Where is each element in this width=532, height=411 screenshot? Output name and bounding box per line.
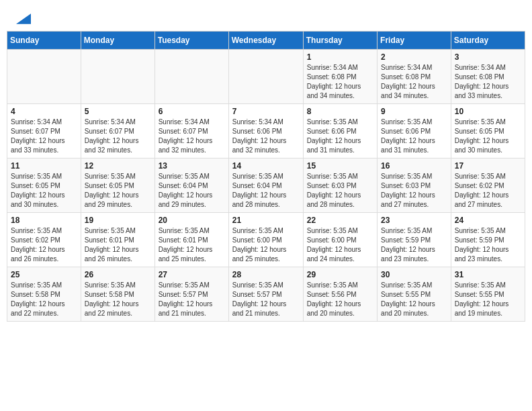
calendar-cell: 3 Sunrise: 5:34 AMSunset: 6:08 PMDayligh… [451, 49, 525, 103]
day-number: 8 [307, 107, 373, 116]
day-detail: Sunrise: 5:35 AMSunset: 5:59 PMDaylight:… [455, 226, 521, 264]
weekday-header: Sunday [7, 31, 81, 49]
calendar-cell [7, 49, 81, 103]
day-detail: Sunrise: 5:35 AMSunset: 6:05 PMDaylight:… [11, 172, 77, 210]
day-number: 11 [11, 161, 77, 171]
day-number: 21 [232, 216, 300, 225]
logo-triangle-icon [16, 13, 31, 24]
calendar-cell: 25 Sunrise: 5:35 AMSunset: 5:58 PMDaylig… [7, 267, 81, 321]
day-detail: Sunrise: 5:35 AMSunset: 5:56 PMDaylight:… [307, 281, 373, 318]
calendar-cell: 13 Sunrise: 5:35 AMSunset: 6:04 PMDaylig… [154, 158, 228, 212]
calendar-cell: 9 Sunrise: 5:35 AMSunset: 6:06 PMDayligh… [378, 103, 451, 158]
day-number: 28 [232, 270, 300, 279]
day-detail: Sunrise: 5:35 AMSunset: 6:00 PMDaylight:… [232, 226, 300, 264]
day-number: 14 [232, 161, 300, 171]
calendar-week-row: 1 Sunrise: 5:34 AMSunset: 6:08 PMDayligh… [7, 49, 525, 103]
day-number: 23 [381, 216, 447, 225]
day-detail: Sunrise: 5:35 AMSunset: 6:02 PMDaylight:… [455, 172, 521, 210]
day-detail: Sunrise: 5:35 AMSunset: 5:57 PMDaylight:… [159, 281, 225, 318]
calendar-cell: 11 Sunrise: 5:35 AMSunset: 6:05 PMDaylig… [7, 158, 81, 212]
day-detail: Sunrise: 5:35 AMSunset: 6:00 PMDaylight:… [307, 226, 373, 264]
day-number: 16 [381, 161, 447, 171]
day-detail: Sunrise: 5:34 AMSunset: 6:08 PMDaylight:… [381, 63, 447, 101]
day-detail: Sunrise: 5:35 AMSunset: 5:58 PMDaylight:… [11, 281, 77, 318]
logo-text [15, 12, 31, 26]
calendar-cell [228, 49, 303, 103]
day-number: 20 [159, 216, 225, 225]
day-detail: Sunrise: 5:34 AMSunset: 6:08 PMDaylight:… [455, 63, 521, 101]
calendar-cell: 18 Sunrise: 5:35 AMSunset: 6:02 PMDaylig… [7, 212, 81, 267]
day-number: 10 [455, 107, 521, 116]
calendar-week-row: 4 Sunrise: 5:34 AMSunset: 6:07 PMDayligh… [7, 103, 525, 158]
calendar-week-row: 18 Sunrise: 5:35 AMSunset: 6:02 PMDaylig… [7, 212, 525, 267]
calendar-cell: 21 Sunrise: 5:35 AMSunset: 6:00 PMDaylig… [228, 212, 303, 267]
day-number: 5 [85, 107, 151, 116]
calendar-cell: 19 Sunrise: 5:35 AMSunset: 6:01 PMDaylig… [81, 212, 154, 267]
day-detail: Sunrise: 5:35 AMSunset: 6:02 PMDaylight:… [11, 226, 77, 264]
day-number: 9 [381, 107, 447, 116]
day-detail: Sunrise: 5:35 AMSunset: 5:59 PMDaylight:… [381, 226, 447, 264]
calendar-cell: 5 Sunrise: 5:34 AMSunset: 6:07 PMDayligh… [81, 103, 154, 158]
calendar-cell: 14 Sunrise: 5:35 AMSunset: 6:04 PMDaylig… [228, 158, 303, 212]
day-detail: Sunrise: 5:34 AMSunset: 6:07 PMDaylight:… [11, 118, 77, 155]
calendar-cell: 7 Sunrise: 5:34 AMSunset: 6:06 PMDayligh… [228, 103, 303, 158]
day-detail: Sunrise: 5:35 AMSunset: 6:06 PMDaylight:… [381, 118, 447, 155]
calendar-cell: 22 Sunrise: 5:35 AMSunset: 6:00 PMDaylig… [303, 212, 377, 267]
day-number: 30 [381, 270, 447, 279]
calendar-week-row: 25 Sunrise: 5:35 AMSunset: 5:58 PMDaylig… [7, 267, 525, 321]
calendar-cell: 23 Sunrise: 5:35 AMSunset: 5:59 PMDaylig… [378, 212, 451, 267]
day-number: 24 [455, 216, 521, 225]
day-detail: Sunrise: 5:35 AMSunset: 5:55 PMDaylight:… [455, 281, 521, 318]
day-detail: Sunrise: 5:34 AMSunset: 6:07 PMDaylight:… [159, 118, 225, 155]
day-number: 22 [307, 216, 373, 225]
logo [15, 12, 31, 26]
day-number: 29 [307, 270, 373, 279]
calendar-cell: 15 Sunrise: 5:35 AMSunset: 6:03 PMDaylig… [303, 158, 377, 212]
calendar-cell: 16 Sunrise: 5:35 AMSunset: 6:03 PMDaylig… [378, 158, 451, 212]
day-number: 6 [159, 107, 225, 116]
calendar-cell: 8 Sunrise: 5:35 AMSunset: 6:06 PMDayligh… [303, 103, 377, 158]
calendar-cell: 29 Sunrise: 5:35 AMSunset: 5:56 PMDaylig… [303, 267, 377, 321]
day-detail: Sunrise: 5:35 AMSunset: 6:01 PMDaylight:… [159, 226, 225, 264]
calendar-cell: 6 Sunrise: 5:34 AMSunset: 6:07 PMDayligh… [154, 103, 228, 158]
calendar-cell: 31 Sunrise: 5:35 AMSunset: 5:55 PMDaylig… [451, 267, 525, 321]
day-detail: Sunrise: 5:35 AMSunset: 5:57 PMDaylight:… [232, 281, 300, 318]
weekday-header: Saturday [451, 31, 525, 49]
day-number: 3 [455, 52, 521, 62]
day-number: 18 [11, 216, 77, 225]
day-detail: Sunrise: 5:35 AMSunset: 6:06 PMDaylight:… [307, 118, 373, 155]
svg-marker-0 [16, 13, 31, 24]
day-number: 7 [232, 107, 300, 116]
day-detail: Sunrise: 5:35 AMSunset: 5:58 PMDaylight:… [85, 281, 151, 318]
calendar-cell [154, 49, 228, 103]
weekday-header: Friday [378, 31, 451, 49]
day-number: 25 [11, 270, 77, 279]
day-number: 26 [85, 270, 151, 279]
calendar-cell: 27 Sunrise: 5:35 AMSunset: 5:57 PMDaylig… [154, 267, 228, 321]
calendar-cell: 17 Sunrise: 5:35 AMSunset: 6:02 PMDaylig… [451, 158, 525, 212]
day-number: 4 [11, 107, 77, 116]
calendar-cell: 30 Sunrise: 5:35 AMSunset: 5:55 PMDaylig… [378, 267, 451, 321]
day-number: 27 [159, 270, 225, 279]
day-detail: Sunrise: 5:35 AMSunset: 6:05 PMDaylight:… [85, 172, 151, 210]
day-detail: Sunrise: 5:34 AMSunset: 6:07 PMDaylight:… [85, 118, 151, 155]
calendar-cell: 24 Sunrise: 5:35 AMSunset: 5:59 PMDaylig… [451, 212, 525, 267]
calendar-cell: 26 Sunrise: 5:35 AMSunset: 5:58 PMDaylig… [81, 267, 154, 321]
calendar-week-row: 11 Sunrise: 5:35 AMSunset: 6:05 PMDaylig… [7, 158, 525, 212]
day-detail: Sunrise: 5:35 AMSunset: 6:01 PMDaylight:… [85, 226, 151, 264]
day-detail: Sunrise: 5:34 AMSunset: 6:08 PMDaylight:… [307, 63, 373, 101]
day-detail: Sunrise: 5:35 AMSunset: 6:03 PMDaylight:… [381, 172, 447, 210]
day-detail: Sunrise: 5:35 AMSunset: 5:55 PMDaylight:… [381, 281, 447, 318]
day-number: 12 [85, 161, 151, 171]
day-detail: Sunrise: 5:34 AMSunset: 6:06 PMDaylight:… [232, 118, 300, 155]
day-number: 13 [159, 161, 225, 171]
day-number: 19 [85, 216, 151, 225]
calendar-cell: 2 Sunrise: 5:34 AMSunset: 6:08 PMDayligh… [378, 49, 451, 103]
day-number: 17 [455, 161, 521, 171]
day-detail: Sunrise: 5:35 AMSunset: 6:05 PMDaylight:… [455, 118, 521, 155]
day-number: 15 [307, 161, 373, 171]
calendar-cell: 28 Sunrise: 5:35 AMSunset: 5:57 PMDaylig… [228, 267, 303, 321]
day-number: 31 [455, 270, 521, 279]
weekday-header: Wednesday [228, 31, 303, 49]
calendar-cell: 20 Sunrise: 5:35 AMSunset: 6:01 PMDaylig… [154, 212, 228, 267]
